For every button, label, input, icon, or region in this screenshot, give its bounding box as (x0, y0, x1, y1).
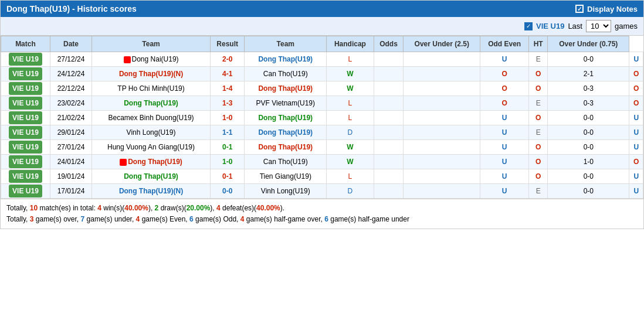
footer-totally1: Totally, (6, 204, 30, 212)
cell-result: 1-0 (210, 111, 244, 125)
display-notes-checkbox[interactable]: ✓ (575, 5, 584, 13)
cell-match: VIE U19 (1, 155, 50, 169)
cell-oddeven: E (529, 184, 548, 199)
cell-oddeven: E (529, 96, 548, 111)
cell-team2: Can Tho(U19) (245, 155, 327, 169)
cell-team2: Dong Thap(U19) (245, 52, 327, 67)
col-handicap: Handicap (327, 36, 374, 52)
cell-wdl: W (327, 155, 374, 169)
cell-result: 1-4 (210, 81, 244, 96)
cell-oddeven: O (529, 140, 548, 155)
footer-halfover: 4 (240, 215, 245, 223)
cell-ou25: U (480, 52, 529, 67)
cell-wdl: L (327, 52, 374, 67)
col-odds: Odds (374, 36, 404, 52)
cell-ou25: O (480, 96, 529, 111)
cell-result: 1-3 (210, 96, 244, 111)
cell-team1: Dong Nai(U19) (92, 52, 211, 67)
table-row: VIE U1919/01/24Dong Thap(U19)0-1Tien Gia… (1, 169, 643, 184)
cell-handicap (374, 111, 404, 125)
cell-odds (404, 140, 480, 155)
cell-result: 0-1 (210, 140, 244, 155)
cell-wdl: D (327, 184, 374, 199)
cell-date: 27/12/24 (50, 52, 91, 67)
cell-result: 0-1 (210, 169, 244, 184)
cell-odds (404, 155, 480, 169)
cell-ht: 0-0 (548, 184, 629, 199)
cell-result: 1-0 (210, 155, 244, 169)
col-result: Result (210, 36, 244, 52)
footer-halfunder-label: game(s) half-game under (330, 215, 409, 223)
col-match: Match (1, 36, 50, 52)
cell-ou075: U (629, 169, 643, 184)
footer-wins: 4 (97, 204, 101, 212)
scores-table: Match Date Team Result Team Handicap Odd… (1, 36, 643, 199)
cell-odds (404, 169, 480, 184)
cell-handicap (374, 125, 404, 140)
footer-even: 4 (136, 215, 140, 223)
footer-defeats-close: ). (280, 204, 284, 212)
cell-wdl: L (327, 96, 374, 111)
cell-ou075: U (629, 184, 643, 199)
league-label: VIE U19 (536, 22, 564, 30)
cell-date: 23/02/24 (50, 96, 91, 111)
page-title: Dong Thap(U19) - Historic scores (6, 4, 137, 13)
footer-wins-pct-val: 40.00% (124, 204, 148, 212)
main-container: Dong Thap(U19) - Historic scores ✓ Displ… (0, 0, 644, 229)
cell-wdl: D (327, 125, 374, 140)
cell-wdl: W (327, 67, 374, 81)
footer-under: 7 (81, 215, 85, 223)
cell-oddeven: E (529, 125, 548, 140)
filter-checkbox[interactable]: ✓ (524, 22, 533, 30)
footer-defeats-pct: defeat(es)( (222, 204, 256, 212)
home-icon (120, 159, 127, 166)
cell-team2: Dong Thap(U19) (245, 81, 327, 96)
cell-match: VIE U19 (1, 52, 50, 67)
cell-ht: 0-0 (548, 111, 629, 125)
cell-team2: Can Tho(U19) (245, 67, 327, 81)
cell-match: VIE U19 (1, 111, 50, 125)
footer-halfover-label: game(s) half-game over, (246, 215, 324, 223)
cell-team2: Dong Thap(U19) (245, 125, 327, 140)
cell-odds (404, 184, 480, 199)
footer-line2: Totally, 3 game(s) over, 7 game(s) under… (6, 214, 638, 225)
col-team1: Team (92, 36, 211, 52)
cell-team1: TP Ho Chi Minh(U19) (92, 81, 211, 96)
table-row: VIE U1917/01/24Dong Thap(U19)(N)0-0Vinh … (1, 184, 643, 199)
table-row: VIE U1924/01/24Dong Thap(U19)1-0Can Tho(… (1, 155, 643, 169)
cell-ou075: O (629, 81, 643, 96)
cell-ou25: O (480, 81, 529, 96)
footer-draws-pct-val: 20.00% (187, 204, 211, 212)
cell-date: 17/01/24 (50, 184, 91, 199)
cell-team1: Dong Thap(U19) (92, 96, 211, 111)
cell-ht: 2-1 (548, 67, 629, 81)
cell-ou25: U (480, 125, 529, 140)
footer-draws-pct: draw(s)( (161, 204, 187, 212)
games-select[interactable]: 10 5 20 (586, 20, 611, 32)
cell-match: VIE U19 (1, 81, 50, 96)
cell-odds (404, 52, 480, 67)
cell-ou075: O (629, 155, 643, 169)
cell-ht: 0-0 (548, 169, 629, 184)
cell-team2: Dong Thap(U19) (245, 111, 327, 125)
filter-bar: ✓ VIE U19 Last 10 5 20 games (1, 17, 643, 36)
table-row: VIE U1924/12/24Dong Thap(U19)(N)4-1Can T… (1, 67, 643, 81)
cell-result: 0-0 (210, 184, 244, 199)
cell-team2: Dong Thap(U19) (245, 140, 327, 155)
footer-total: 10 (30, 204, 38, 212)
cell-handicap (374, 52, 404, 67)
cell-ou075: U (629, 111, 643, 125)
cell-odds (404, 125, 480, 140)
cell-wdl: L (327, 169, 374, 184)
col-date: Date (50, 36, 91, 52)
home-icon (124, 56, 131, 63)
cell-ht: 0-0 (548, 140, 629, 155)
cell-wdl: W (327, 140, 374, 155)
table-row: VIE U1927/01/24Hung Vuong An Giang(U19)0… (1, 140, 643, 155)
cell-ou25: U (480, 155, 529, 169)
cell-team1: Becamex Binh Duong(U19) (92, 111, 211, 125)
cell-team2: Vinh Long(U19) (245, 184, 327, 199)
table-row: VIE U1922/12/24TP Ho Chi Minh(U19)1-4Don… (1, 81, 643, 96)
cell-date: 22/12/24 (50, 81, 91, 96)
table-row: VIE U1923/02/24Dong Thap(U19)1-3PVF Viet… (1, 96, 643, 111)
